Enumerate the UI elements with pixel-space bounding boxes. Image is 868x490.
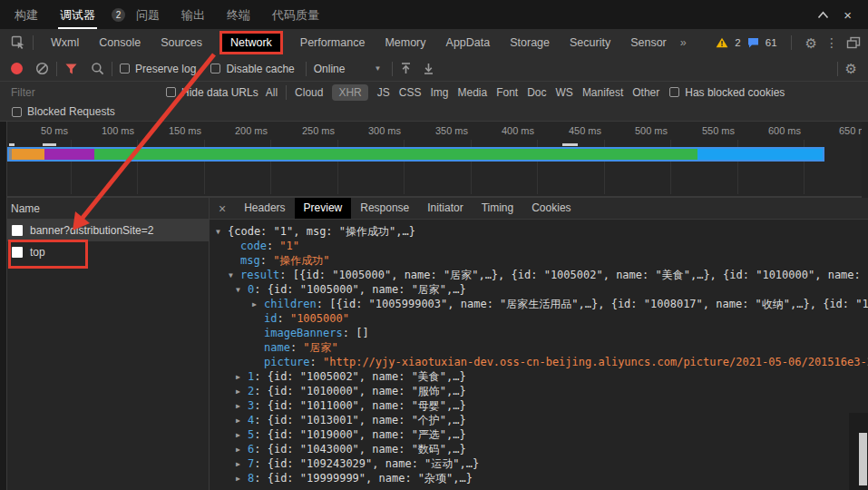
checkbox-icon — [210, 64, 220, 74]
tab-console[interactable]: Console — [99, 36, 141, 49]
more-menu-icon[interactable]: ⋮ — [824, 36, 840, 49]
devtools-window: 构建 调试器 2 问题 输出 终端 代码质量 × Wxml Console So… — [0, 0, 868, 490]
expander-icon[interactable]: ▶ — [236, 399, 248, 413]
tab-timing[interactable]: Timing — [473, 198, 523, 219]
collapse-icon[interactable] — [817, 11, 829, 19]
json-line: ▶4: {id: "1013001", name: "个护",…} — [214, 413, 868, 427]
warning-count: 2 — [735, 37, 740, 48]
expander-icon[interactable]: ▶ — [236, 428, 248, 442]
settings-gear-icon[interactable]: ⚙ — [805, 36, 817, 50]
filter-type-js[interactable]: JS — [377, 86, 390, 99]
hide-data-urls-checkbox[interactable]: Hide data URLs — [166, 86, 258, 99]
tab-security[interactable]: Security — [570, 36, 610, 49]
message-bubble-icon[interactable] — [747, 37, 759, 48]
checkbox-icon — [12, 107, 22, 117]
timeline-overview[interactable]: 50 ms 100 ms 150 ms 200 ms 250 ms 300 ms… — [7, 122, 862, 198]
tab-storage[interactable]: Storage — [510, 36, 550, 49]
filter-type-media[interactable]: Media — [457, 86, 487, 99]
filter-funnel-icon[interactable] — [64, 63, 78, 75]
filter-type-img[interactable]: Img — [430, 86, 448, 99]
expander-icon[interactable]: ▶ — [236, 370, 248, 384]
expander-icon[interactable]: ▶ — [236, 443, 248, 456]
divider — [306, 62, 307, 76]
expander-icon[interactable]: ▶ — [236, 385, 248, 398]
ide-tab-terminal[interactable]: 终端 — [225, 1, 252, 29]
json-line: ▶6: {id: "1043000", name: "数码",…} — [214, 442, 868, 456]
tab-headers[interactable]: Headers — [235, 198, 294, 219]
filter-type-ws[interactable]: WS — [556, 86, 573, 99]
filter-input[interactable] — [11, 86, 151, 99]
inspect-element-icon[interactable] — [11, 35, 25, 50]
ide-titlebar: 构建 调试器 2 问题 输出 终端 代码质量 × — [0, 0, 868, 29]
expander-icon[interactable]: ▶ — [252, 298, 264, 311]
expander-icon[interactable]: ▶ — [236, 414, 248, 427]
waterfall-segment-green — [94, 149, 697, 160]
tab-overflow-chevron-icon[interactable]: » — [680, 36, 687, 49]
tab-sources[interactable]: Sources — [161, 36, 202, 49]
expander-icon[interactable]: ▶ — [236, 457, 248, 471]
network-settings-gear-icon[interactable]: ⚙ — [845, 62, 857, 75]
waterfall-selection[interactable] — [7, 147, 824, 162]
json-line: ▶children: [{id: "1005999003", name: "居家… — [214, 297, 868, 311]
expander-icon[interactable]: ▼ — [229, 269, 240, 282]
divider — [392, 62, 393, 76]
request-row-top[interactable]: top — [7, 241, 209, 263]
has-blocked-cookies-checkbox[interactable]: Has blocked cookies — [669, 86, 785, 99]
request-list-panel: Name banner?distributionSite=2 top — [7, 198, 210, 490]
export-har-icon[interactable] — [423, 62, 434, 75]
ide-tab-build[interactable]: 构建 — [13, 1, 40, 29]
filter-type-manifest[interactable]: Manifest — [582, 86, 623, 99]
disable-cache-checkbox[interactable]: Disable cache — [210, 63, 294, 75]
tick-label: 450 ms — [547, 125, 601, 136]
json-line: ▶8: {id: "19999999", name: "杂项",…} — [214, 471, 868, 485]
close-detail-icon[interactable]: × — [219, 201, 226, 216]
message-count: 61 — [766, 37, 777, 48]
record-icon[interactable] — [11, 63, 23, 74]
json-line: id: "1005000" — [214, 311, 868, 326]
checkbox-icon — [669, 87, 679, 97]
expander-icon[interactable]: ▶ — [236, 472, 248, 485]
filter-type-font[interactable]: Font — [496, 86, 518, 99]
blocked-requests-row: Blocked Requests — [0, 103, 868, 122]
ide-tab-debugger[interactable]: 调试器 — [58, 1, 97, 29]
tab-preview[interactable]: Preview — [295, 198, 352, 219]
json-line: ▼result: [{id: "1005000", name: "居家",…},… — [214, 268, 868, 282]
throttling-select[interactable]: Online ▼ — [314, 63, 382, 75]
ide-tab-code-quality[interactable]: 代码质量 — [270, 1, 321, 29]
close-icon[interactable]: × — [844, 8, 852, 22]
expander-icon[interactable]: ▼ — [216, 225, 228, 239]
import-har-icon[interactable] — [400, 62, 412, 75]
expander-icon[interactable]: ▼ — [236, 283, 248, 297]
minimap-mark — [562, 143, 578, 146]
tab-cookies[interactable]: Cookies — [522, 198, 580, 219]
tick-label: 550 ms — [680, 125, 735, 136]
filter-type-cloud[interactable]: Cloud — [295, 86, 323, 99]
preserve-log-checkbox[interactable]: Preserve log — [120, 63, 196, 75]
tab-network[interactable]: Network — [219, 31, 283, 54]
search-icon[interactable] — [91, 62, 104, 75]
tab-appdata[interactable]: AppData — [446, 36, 491, 49]
dock-side-icon[interactable] — [846, 36, 861, 49]
filter-type-xhr[interactable]: XHR — [332, 84, 367, 101]
ide-tab-output[interactable]: 输出 — [180, 1, 207, 29]
filter-type-other[interactable]: Other — [632, 86, 659, 99]
warning-icon[interactable] — [716, 37, 728, 48]
ide-tab-issues[interactable]: 问题 — [134, 1, 161, 29]
json-line: ▶3: {id: "1011000", name: "母婴",…} — [214, 398, 868, 413]
debugger-badge: 2 — [112, 8, 125, 22]
tab-performance[interactable]: Performance — [300, 36, 366, 49]
filter-type-all[interactable]: All — [266, 86, 278, 99]
tick-label: 400 ms — [480, 125, 534, 136]
blocked-requests-checkbox[interactable]: Blocked Requests — [12, 105, 115, 118]
scrollbar-thumb[interactable] — [859, 433, 867, 485]
filter-type-doc[interactable]: Doc — [527, 86, 546, 99]
tab-response[interactable]: Response — [351, 198, 418, 219]
tab-sensor[interactable]: Sensor — [630, 36, 667, 49]
filter-type-css[interactable]: CSS — [399, 86, 422, 99]
name-column-header[interactable]: Name — [7, 198, 209, 220]
request-row-banner[interactable]: banner?distributionSite=2 — [7, 220, 209, 241]
clear-icon[interactable] — [35, 62, 49, 75]
tab-initiator[interactable]: Initiator — [418, 198, 472, 219]
tab-memory[interactable]: Memory — [385, 36, 425, 49]
tab-wxml[interactable]: Wxml — [51, 36, 79, 49]
